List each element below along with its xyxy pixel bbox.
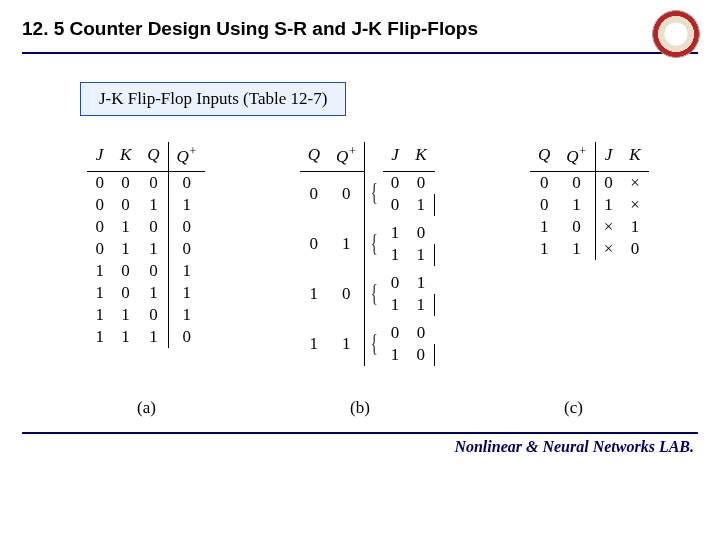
cell: 0 bbox=[383, 322, 408, 344]
cell: × bbox=[621, 171, 648, 194]
cell: 0 bbox=[168, 326, 205, 348]
cell: 0 bbox=[139, 171, 168, 194]
table-row: 0100 bbox=[87, 216, 205, 238]
cell: 0 bbox=[300, 222, 328, 266]
page-title: 12. 5 Counter Design Using S-R and J-K F… bbox=[22, 18, 720, 40]
brace-icon: { bbox=[365, 322, 383, 366]
table-b: Q Q+ J K 00{000101{101110{011111{0010 bbox=[300, 142, 436, 366]
cell: 1 bbox=[621, 216, 648, 238]
thc-Q: Q bbox=[530, 142, 558, 171]
cell: 0 bbox=[407, 171, 434, 194]
table-labels: (a) (b) (c) bbox=[40, 398, 680, 418]
table-row: 1011 bbox=[87, 282, 205, 304]
brace-icon: { bbox=[365, 272, 383, 316]
cell: 0 bbox=[383, 272, 408, 294]
tha-Qp: Q+ bbox=[168, 142, 205, 171]
cell: 1 bbox=[558, 238, 595, 260]
cell: 1 bbox=[530, 216, 558, 238]
cell: 1 bbox=[558, 194, 595, 216]
cell: 1 bbox=[300, 272, 328, 316]
thb-K: K bbox=[407, 142, 434, 171]
cell: 1 bbox=[383, 222, 408, 244]
table-row: 11{00 bbox=[300, 322, 435, 344]
brace-icon: { bbox=[365, 171, 383, 216]
cell: × bbox=[595, 216, 621, 238]
cell: 0 bbox=[621, 238, 648, 260]
table-row: 1110 bbox=[87, 326, 205, 348]
cell: 0 bbox=[139, 304, 168, 326]
label-c: (c) bbox=[564, 398, 583, 418]
cell: 0 bbox=[112, 171, 139, 194]
cell: 1 bbox=[139, 326, 168, 348]
cell: 0 bbox=[300, 171, 328, 216]
cell: 1 bbox=[383, 244, 408, 266]
cell: 1 bbox=[300, 322, 328, 366]
title-divider bbox=[22, 52, 698, 54]
cell: 0 bbox=[87, 171, 112, 194]
thb-J: J bbox=[383, 142, 408, 171]
cell: 0 bbox=[530, 194, 558, 216]
thc-J: J bbox=[595, 142, 621, 171]
thc-K: K bbox=[621, 142, 648, 171]
cell: 0 bbox=[530, 171, 558, 194]
cell: 1 bbox=[407, 244, 434, 266]
cell: 0 bbox=[407, 344, 434, 366]
tha-Q: Q bbox=[139, 142, 168, 171]
cell: 0 bbox=[168, 171, 205, 194]
tha-K: K bbox=[112, 142, 139, 171]
cell: 1 bbox=[139, 194, 168, 216]
cell: 1 bbox=[407, 294, 434, 316]
cell: 1 bbox=[112, 326, 139, 348]
cell: 0 bbox=[328, 272, 365, 316]
table-row: 000× bbox=[530, 171, 649, 194]
cell: 1 bbox=[328, 322, 365, 366]
tha-J: J bbox=[87, 142, 112, 171]
subtitle-box: J-K Flip-Flop Inputs (Table 12-7) bbox=[80, 82, 346, 116]
cell: 1 bbox=[112, 304, 139, 326]
cell: 1 bbox=[87, 260, 112, 282]
table-row: 0000 bbox=[87, 171, 205, 194]
table-row: 10×1 bbox=[530, 216, 649, 238]
footer-text: Nonlinear & Neural Networks LAB. bbox=[0, 438, 694, 456]
cell: 0 bbox=[112, 282, 139, 304]
brace-icon: { bbox=[365, 222, 383, 266]
cell: 1 bbox=[112, 238, 139, 260]
cell: × bbox=[621, 194, 648, 216]
cell: 1 bbox=[87, 282, 112, 304]
table-row: 1001 bbox=[87, 260, 205, 282]
cell: 1 bbox=[87, 326, 112, 348]
cell: 0 bbox=[112, 260, 139, 282]
table-row: 1101 bbox=[87, 304, 205, 326]
cell: 1 bbox=[383, 344, 408, 366]
cell: 1 bbox=[595, 194, 621, 216]
table-row: 11×0 bbox=[530, 238, 649, 260]
cell: 0 bbox=[168, 238, 205, 260]
cell: 1 bbox=[168, 194, 205, 216]
cell: 1 bbox=[407, 194, 434, 216]
cell: 0 bbox=[328, 171, 365, 216]
table-row: 10{01 bbox=[300, 272, 435, 294]
table-row: 00{00 bbox=[300, 171, 435, 194]
table-a: J K Q Q+ 0000001101000110100110111101111… bbox=[87, 142, 205, 348]
cell: 1 bbox=[112, 216, 139, 238]
thb-Q: Q bbox=[300, 142, 328, 171]
cell: 1 bbox=[139, 238, 168, 260]
cell: 0 bbox=[383, 194, 408, 216]
table-b-wrap: Q Q+ J K 00{000101{101110{011111{0010 bbox=[300, 142, 436, 366]
cell: 0 bbox=[87, 194, 112, 216]
cell: 0 bbox=[407, 322, 434, 344]
thb-spacer bbox=[365, 142, 383, 171]
cell: 1 bbox=[139, 282, 168, 304]
thc-Qp: Q+ bbox=[558, 142, 595, 171]
cell: 1 bbox=[383, 294, 408, 316]
page-header: 12. 5 Counter Design Using S-R and J-K F… bbox=[0, 0, 720, 46]
cell: × bbox=[595, 238, 621, 260]
cell: 1 bbox=[328, 222, 365, 266]
cell: 0 bbox=[139, 216, 168, 238]
cell: 0 bbox=[87, 238, 112, 260]
cell: 0 bbox=[558, 216, 595, 238]
table-row: 0110 bbox=[87, 238, 205, 260]
cell: 1 bbox=[87, 304, 112, 326]
cell: 0 bbox=[168, 216, 205, 238]
table-c: Q Q+ J K 000×011×10×111×0 bbox=[530, 142, 649, 260]
